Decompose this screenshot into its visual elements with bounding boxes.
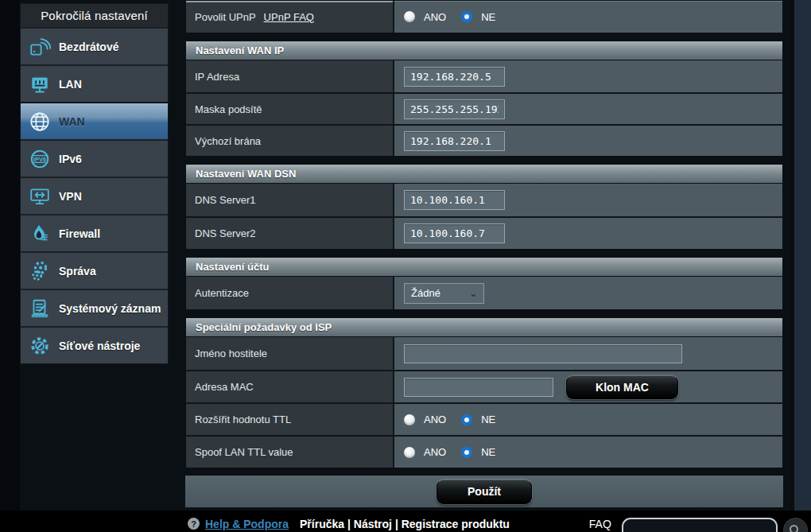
wireless-icon (21, 36, 59, 58)
wan-dns-section-title: Nastavení WAN DSN (186, 165, 782, 184)
ttl-spoof-radio-yes[interactable] (404, 447, 415, 458)
upnp-label-cell: Povolit UPnP UPnP FAQ (186, 1, 394, 33)
left-gutter (0, 0, 20, 532)
subnet-mask-cell (394, 94, 782, 124)
authentication-label: Autentizace (186, 277, 394, 309)
table-row: Rozšířit hodnotu TTL ANO NE (186, 402, 782, 435)
ipv6-icon: IPV6 (21, 148, 59, 170)
footer-links: Příručka | Nástroj | Registrace produktu (300, 518, 510, 530)
account-section-title: Nastavení účtu (186, 258, 782, 277)
sidebar-item-label: Síťové nástroje (59, 340, 140, 352)
sidebar-item-label: Bezdrátové (59, 41, 118, 53)
product-registration-link[interactable]: Registrace produktu (402, 518, 510, 530)
upnp-faq-link[interactable]: UPnP FAQ (264, 11, 314, 23)
sidebar-item-label: LAN (59, 78, 82, 91)
sidebar-item-label: Správa (59, 265, 96, 278)
ttl-spoof-cell: ANO NE (394, 437, 782, 468)
faq-label: FAQ (589, 518, 611, 530)
upnp-section: Povolit UPnP UPnP FAQ ANO NE (185, 0, 783, 33)
ttl-extend-radio-no[interactable] (461, 414, 472, 425)
admin-gear-icon (21, 260, 59, 282)
table-row: IP Adresa (186, 60, 782, 92)
clone-mac-button[interactable]: Klon MAC (566, 375, 678, 399)
wan-ip-section: Nastavení WAN IP IP Adresa Maska podsítě… (185, 41, 783, 157)
sidebar-item-firewall[interactable]: Firewall (21, 214, 168, 251)
ip-address-input[interactable] (404, 67, 505, 87)
wan-ip-section-title: Nastavení WAN IP (186, 41, 782, 60)
account-section: Nastavení účtu Autentizace Žádné ⌄ (185, 257, 783, 310)
authentication-selected-option: Žádné (411, 287, 440, 299)
authentication-cell: Žádné ⌄ (394, 277, 782, 309)
table-row: DNS Server1 (186, 184, 782, 216)
sidebar-item-system-log[interactable]: Systémový záznam (21, 289, 168, 326)
authentication-select[interactable]: Žádné ⌄ (404, 283, 484, 304)
table-row: Spoof LAN TTL value ANO NE (186, 435, 782, 468)
sidebar: Pokročilá nastavení Bezdrátové (20, 3, 169, 364)
apply-button[interactable]: Použít (437, 480, 532, 504)
table-row: Maska podsítě (186, 92, 782, 124)
upnp-row: Povolit UPnP UPnP FAQ ANO NE (186, 1, 782, 33)
svg-text:IPV6: IPV6 (33, 155, 46, 162)
default-gateway-input[interactable] (404, 131, 505, 151)
table-row: Výchozí brána (186, 124, 782, 156)
ttl-spoof-radio-no[interactable] (461, 447, 472, 458)
utility-link[interactable]: Nástroj (354, 518, 392, 530)
sidebar-item-label: IPv6 (59, 153, 82, 165)
sidebar-item-wireless[interactable]: Bezdrátové (21, 27, 168, 64)
hostname-cell (394, 337, 782, 370)
upnp-radio-no-label: NE (481, 11, 495, 23)
lan-icon (21, 73, 59, 95)
isp-section: Speciální požadavky od ISP Jméno hostite… (185, 317, 783, 468)
upnp-radio-no[interactable] (461, 11, 472, 22)
sidebar-item-label: VPN (59, 190, 82, 203)
dns-server2-cell (394, 218, 782, 249)
sidebar-item-ipv6[interactable]: IPV6 IPv6 (21, 139, 168, 177)
upnp-radio-yes-label: ANO (424, 11, 446, 23)
help-question-icon[interactable]: ? (188, 518, 200, 530)
firewall-icon (21, 223, 59, 245)
dns-server1-input[interactable] (404, 190, 505, 210)
table-row: Adresa MAC Klon MAC (186, 370, 782, 402)
separator: | (395, 518, 398, 530)
sidebar-item-lan[interactable]: LAN (21, 64, 168, 102)
sidebar-item-network-tools[interactable]: Síťové nástroje (21, 326, 168, 363)
table-row: Autentizace Žádné ⌄ (186, 277, 782, 309)
dns-server2-input[interactable] (404, 223, 505, 243)
upnp-radio-yes[interactable] (404, 11, 415, 22)
search-button[interactable] (783, 518, 808, 532)
table-row: Jméno hostitele (186, 337, 782, 370)
wan-dns-section: Nastavení WAN DSN DNS Server1 DNS Server… (185, 164, 783, 250)
sidebar-item-label: Systémový záznam (59, 302, 161, 315)
search-icon (789, 524, 801, 532)
isp-section-title: Speciální požadavky od ISP (186, 318, 782, 337)
sidebar-header: Pokročilá nastavení (21, 4, 168, 27)
vpn-icon (21, 185, 59, 208)
ttl-spoof-radio-no-label: NE (481, 446, 495, 458)
ttl-extend-radio-yes-label: ANO (424, 414, 446, 425)
ttl-extend-radio-yes[interactable] (404, 414, 415, 425)
sidebar-item-administration[interactable]: Správa (21, 251, 168, 289)
dns-server1-label: DNS Server1 (186, 184, 394, 216)
ttl-extend-cell: ANO NE (394, 404, 782, 435)
ttl-extend-radio-no-label: NE (481, 414, 495, 425)
mac-address-input[interactable] (404, 378, 553, 397)
sidebar-item-vpn[interactable]: VPN (21, 177, 168, 214)
default-gateway-label: Výchozí brána (186, 126, 394, 156)
help-support-link[interactable]: Help & Podpora (205, 518, 289, 530)
right-gutter (790, 0, 811, 532)
ip-address-label: IP Adresa (186, 60, 394, 92)
sidebar-item-label: WAN (59, 115, 85, 128)
subnet-mask-input[interactable] (404, 99, 505, 119)
mac-address-cell: Klon MAC (394, 371, 782, 402)
separator: | (347, 518, 351, 530)
faq-search-input[interactable] (622, 518, 778, 532)
ttl-spoof-label: Spoof LAN TTL value (186, 437, 394, 468)
hostname-input[interactable] (404, 344, 682, 363)
footer: ? Help & Podpora Příručka | Nástroj | Re… (0, 511, 811, 532)
ip-address-cell (394, 60, 782, 92)
subnet-mask-label: Maska podsítě (186, 94, 394, 124)
chevron-down-icon: ⌄ (469, 287, 478, 299)
manual-link[interactable]: Příručka (300, 518, 344, 530)
sidebar-item-wan[interactable]: WAN (21, 102, 168, 139)
dns-server2-label: DNS Server2 (186, 218, 394, 249)
